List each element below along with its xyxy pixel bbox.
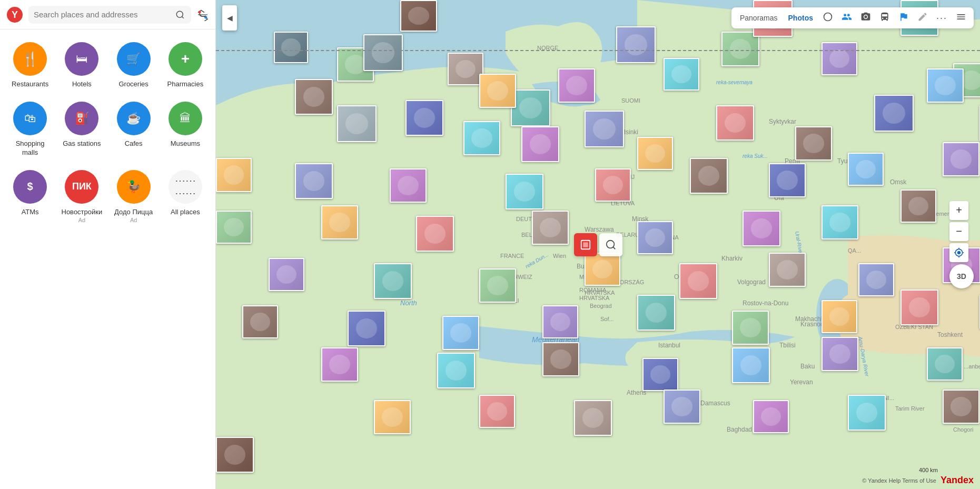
pencil-icon-button[interactable] bbox=[914, 9, 931, 26]
flag-icon-button[interactable] bbox=[895, 9, 912, 26]
photo-thumbnail[interactable] bbox=[858, 263, 894, 296]
category-museums[interactable]: 🏛 Museums bbox=[162, 97, 209, 162]
collapse-sidebar-button[interactable]: ◀ bbox=[222, 5, 237, 31]
photo-thumbnail[interactable] bbox=[521, 126, 559, 162]
category-gas-stations[interactable]: ⛽ Gas stations bbox=[58, 97, 105, 162]
photo-thumbnail[interactable] bbox=[821, 337, 858, 371]
photo-thumbnail[interactable] bbox=[637, 295, 675, 331]
category-restaurants[interactable]: 🍴 Restaurants bbox=[6, 38, 54, 93]
photo-thumbnail[interactable] bbox=[616, 26, 656, 63]
search-button[interactable] bbox=[174, 9, 186, 21]
photo-thumbnail[interactable] bbox=[321, 347, 358, 382]
photo-thumbnail[interactable] bbox=[374, 400, 411, 434]
photo-thumbnail[interactable] bbox=[769, 253, 806, 287]
photo-thumbnail[interactable] bbox=[743, 211, 780, 246]
photo-thumbnail[interactable] bbox=[374, 263, 412, 299]
image-search-button[interactable] bbox=[599, 233, 622, 256]
photo-thumbnail[interactable] bbox=[679, 263, 717, 299]
photo-thumbnail[interactable] bbox=[769, 163, 806, 197]
category-groceries[interactable]: 🛒 Groceries bbox=[110, 38, 157, 93]
photo-thumbnail[interactable] bbox=[532, 211, 569, 245]
camera-icon-button[interactable] bbox=[857, 9, 874, 26]
photo-thumbnail[interactable] bbox=[927, 68, 964, 103]
category-hotels[interactable]: 🛏 Hotels bbox=[58, 38, 105, 93]
photo-thumbnail[interactable] bbox=[542, 342, 579, 376]
photo-thumbnail[interactable] bbox=[821, 300, 857, 333]
photo-thumbnail[interactable] bbox=[664, 390, 700, 424]
photo-thumbnail[interactable] bbox=[479, 74, 516, 108]
photo-thumbnail[interactable] bbox=[242, 305, 278, 338]
category-atms[interactable]: $ ATMs bbox=[6, 166, 54, 227]
photo-thumbnail[interactable] bbox=[574, 400, 612, 436]
photo-thumbnail[interactable] bbox=[216, 158, 252, 192]
photo-thumbnail[interactable] bbox=[479, 268, 516, 303]
route-button[interactable] bbox=[196, 8, 209, 21]
photo-thumbnail[interactable] bbox=[690, 158, 728, 194]
people-icon-button[interactable] bbox=[838, 9, 855, 26]
hamburger-menu-button[interactable] bbox=[953, 9, 969, 26]
photo-thumbnail[interactable] bbox=[821, 205, 858, 239]
photo-thumbnail[interactable] bbox=[900, 290, 938, 325]
more-options-button[interactable]: ··· bbox=[933, 11, 951, 26]
photo-thumbnail[interactable] bbox=[416, 216, 454, 252]
bus-icon-button[interactable] bbox=[876, 9, 893, 26]
category-cafes[interactable]: ☕ Cafes bbox=[110, 97, 157, 162]
photo-thumbnail[interactable] bbox=[269, 258, 304, 291]
category-all-places[interactable]: ⋯⋯⋯⋯ All places bbox=[162, 166, 209, 227]
panoramas-tab[interactable]: Panoramas bbox=[736, 12, 782, 24]
photo-thumbnail[interactable] bbox=[821, 42, 857, 75]
photo-thumbnail[interactable] bbox=[511, 89, 550, 126]
photo-thumbnail[interactable] bbox=[637, 221, 673, 254]
photo-thumbnail[interactable] bbox=[848, 395, 886, 431]
photo-thumbnail[interactable] bbox=[753, 400, 789, 433]
photo-thumbnail[interactable] bbox=[363, 34, 403, 71]
photo-thumbnail[interactable] bbox=[337, 105, 377, 142]
photo-thumbnail[interactable] bbox=[943, 390, 979, 424]
photo-thumbnail[interactable] bbox=[437, 353, 475, 388]
photo-thumbnail[interactable] bbox=[274, 32, 308, 63]
locate-button[interactable] bbox=[949, 243, 968, 262]
photo-thumbnail[interactable] bbox=[927, 347, 963, 381]
photo-thumbnail[interactable] bbox=[595, 168, 631, 202]
photo-thumbnail[interactable] bbox=[463, 121, 500, 155]
category-pharmacies[interactable]: + Pharmacies bbox=[162, 38, 209, 93]
photos-tab[interactable]: Photos bbox=[784, 12, 817, 24]
photo-thumbnail[interactable] bbox=[716, 105, 754, 141]
photo-thumbnail[interactable] bbox=[479, 395, 515, 428]
zoom-out-button[interactable]: − bbox=[949, 222, 968, 241]
photo-thumbnail[interactable] bbox=[506, 174, 543, 209]
threed-button[interactable]: 3D bbox=[949, 264, 974, 288]
photo-thumbnail[interactable] bbox=[542, 305, 578, 338]
photo-thumbnail[interactable] bbox=[558, 68, 595, 103]
image-select-button[interactable] bbox=[574, 233, 597, 256]
photo-thumbnail[interactable] bbox=[295, 79, 333, 115]
photo-thumbnail[interactable] bbox=[585, 253, 620, 286]
photo-thumbnail[interactable] bbox=[900, 189, 936, 223]
photo-thumbnail[interactable] bbox=[874, 95, 914, 132]
category-dodo-pizza[interactable]: 🦆 Додо Пицца Ad bbox=[110, 166, 157, 227]
photo-thumbnail[interactable] bbox=[585, 111, 624, 147]
photo-thumbnail[interactable] bbox=[795, 126, 832, 161]
photo-thumbnail[interactable] bbox=[295, 163, 333, 199]
photo-thumbnail[interactable] bbox=[442, 316, 479, 350]
photo-thumbnail[interactable] bbox=[664, 58, 699, 91]
circle-icon-button[interactable] bbox=[819, 9, 836, 26]
photo-thumbnail[interactable] bbox=[321, 205, 358, 239]
category-novostroiki[interactable]: ПИК Новостройки Ad bbox=[58, 166, 105, 227]
map-container[interactable]: North Mediterranean Sea NORGE SVERIGE SU… bbox=[216, 0, 980, 489]
photo-thumbnail[interactable] bbox=[642, 358, 678, 391]
zoom-in-button[interactable]: + bbox=[949, 201, 968, 220]
photo-thumbnail[interactable] bbox=[216, 437, 254, 473]
photo-thumbnail[interactable] bbox=[637, 137, 673, 170]
photo-thumbnail[interactable] bbox=[390, 168, 427, 203]
photo-thumbnail[interactable] bbox=[348, 311, 385, 346]
category-shopping-malls[interactable]: 🛍 Shopping malls bbox=[6, 97, 54, 162]
photo-thumbnail[interactable] bbox=[943, 142, 979, 176]
search-input[interactable] bbox=[34, 10, 174, 19]
photo-thumbnail[interactable] bbox=[216, 211, 252, 244]
photo-thumbnail[interactable] bbox=[405, 100, 443, 136]
photo-thumbnail[interactable] bbox=[848, 153, 884, 186]
photo-thumbnail[interactable] bbox=[448, 53, 483, 85]
photo-thumbnail[interactable] bbox=[732, 311, 769, 345]
photo-thumbnail[interactable] bbox=[732, 347, 770, 383]
